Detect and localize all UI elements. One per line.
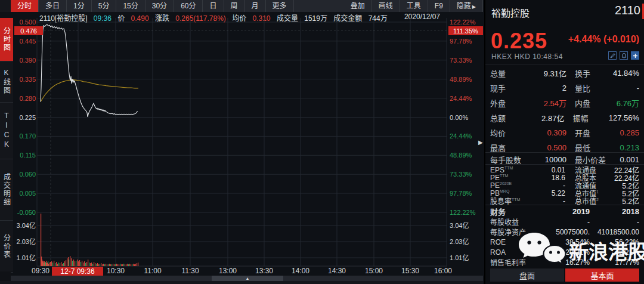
turnover-value: 744万 — [369, 14, 388, 23]
finance-row: 每股净资产50075000.41018500.00 — [490, 227, 639, 237]
valuation-metrics: EPSTTM0.01流通盘22.24亿PETTM18.6总股本22.24亿PE2… — [490, 166, 639, 205]
tool-0[interactable]: 叠加 — [344, 0, 372, 12]
svg-text:2.03亿: 2.03亿 — [17, 238, 36, 245]
chart-scrollbar[interactable]: ▲ — [11, 276, 483, 281]
stat-row: 最高0.500最低0.213 — [490, 140, 639, 155]
svg-text:0.280: 0.280 — [19, 95, 36, 102]
svg-text:97.78%: 97.78% — [450, 190, 472, 197]
svg-text:48.89%: 48.89% — [450, 76, 472, 83]
scrollbar-arrow-icon: ▲ — [246, 276, 250, 280]
finance-header: 财务20192018 — [490, 206, 639, 217]
tool-1[interactable]: 画线 — [372, 0, 400, 12]
stock-name: 裕勤控股 — [491, 5, 530, 20]
lot-size-row: 每手股数10000最小价差0.001 — [490, 154, 639, 165]
svg-text:15:30: 15:30 — [401, 267, 419, 275]
sidebar-item-1[interactable]: K线图 — [0, 61, 13, 103]
period-tab-8[interactable]: 周 — [224, 0, 245, 12]
financials-table: 财务20192018每股收益--每股净资产50075000.41018500.0… — [490, 206, 639, 267]
panel-collapse-icon[interactable]: ▶ — [478, 139, 483, 146]
svg-text:111.35%: 111.35% — [453, 27, 478, 35]
period-tab-5[interactable]: 30分 — [145, 0, 174, 12]
tool-4[interactable]: 隐藏▶ — [450, 0, 483, 12]
svg-text:-0.050: -0.050 — [17, 209, 36, 216]
add-watchlist-icon[interactable] — [631, 51, 639, 60]
svg-text:24.44%: 24.44% — [450, 132, 472, 140]
divider — [485, 64, 644, 64]
quote-actions — [608, 51, 639, 60]
corner-block — [0, 0, 11, 12]
price-value: 0.490 — [131, 14, 149, 23]
edit-icon[interactable] — [608, 51, 617, 60]
period-tab-3[interactable]: 5分 — [92, 0, 117, 12]
sidebar-item-3[interactable]: 成交明细 — [0, 159, 13, 221]
sidebar-item-0[interactable]: 分时图 — [0, 18, 13, 61]
svg-text:0.170: 0.170 — [19, 132, 36, 140]
svg-text:09:30: 09:30 — [32, 267, 49, 275]
stat-row: 外盘2.54万内盘6.76万 — [490, 95, 639, 110]
period-tab-1[interactable]: 多日 — [39, 0, 67, 12]
sidebar-item-4[interactable]: 分价表 — [0, 221, 13, 273]
scrollbar-thumb[interactable]: ▲ — [212, 276, 283, 281]
intraday-chart: 0.5000.4450.3900.3350.2800.2250.1700.115… — [0, 0, 483, 284]
panel-tab-1[interactable]: 基本面 — [565, 268, 639, 282]
svg-text:13:00: 13:00 — [219, 267, 237, 275]
svg-text:24.44%: 24.44% — [450, 95, 472, 102]
svg-text:122.22%: 122.22% — [450, 209, 476, 216]
view-sidebar: 分时图K线图TICK成交明细分价表深度资料 — [0, 18, 13, 271]
stats-table: 总量9.31亿换手41.84%现手2量比-外盘2.54万内盘6.76万总额2.8… — [490, 66, 639, 155]
expand-arrow-icon: ▶ — [472, 4, 476, 10]
svg-text:0.005: 0.005 — [19, 190, 36, 197]
period-tab-bar: 分时多日1分5分15分30分60分日周月更多 叠加画线工具F9隐藏▶ — [0, 0, 483, 12]
period-tab-6[interactable]: 60分 — [174, 0, 203, 12]
svg-text:3.04亿: 3.04亿 — [17, 222, 36, 229]
divider — [485, 205, 644, 205]
svg-text:0.445: 0.445 — [19, 38, 36, 45]
svg-text:12-7 09:36: 12-7 09:36 — [60, 267, 95, 276]
avg-value: 0.310 — [253, 14, 271, 23]
bottom-strip — [0, 281, 483, 284]
avg-label: 均价 — [232, 14, 246, 23]
alert-bell-icon[interactable] — [620, 51, 628, 60]
period-tab-2[interactable]: 1分 — [67, 0, 92, 12]
divider — [485, 152, 644, 153]
tool-3[interactable]: F9 — [428, 0, 450, 12]
panel-tab-0[interactable]: 盘面 — [490, 268, 564, 282]
svg-text:0.060: 0.060 — [19, 171, 36, 178]
stat-row: 每手股数10000最小价差0.001 — [490, 154, 639, 165]
tool-2[interactable]: 工具 — [400, 0, 428, 12]
exchange-time: HKEX HKD 10:48:54 — [491, 53, 563, 61]
tab-bar-spacer — [294, 0, 344, 12]
svg-text:15:00: 15:00 — [365, 267, 383, 275]
svg-text:13:30: 13:30 — [255, 267, 273, 275]
svg-text:11:30: 11:30 — [181, 267, 199, 275]
panel-tabs: 盘面基本面 — [490, 268, 639, 282]
svg-text:14:00: 14:00 — [292, 267, 309, 275]
crosshair-time: 09:36 — [94, 14, 112, 23]
svg-text:16:00: 16:00 — [434, 267, 452, 275]
quote-panel: 裕勤控股 2110 0.235 +4.44% (+0.010) HKEX HKD… — [484, 0, 644, 284]
stat-row: 总额2.87亿振幅127.56% — [490, 110, 639, 125]
change-label: 涨跌 — [155, 14, 169, 23]
svg-text:0.225: 0.225 — [19, 114, 36, 121]
period-tab-10[interactable]: 更多 — [266, 0, 294, 12]
price-change: +4.44% (+0.010) — [568, 34, 639, 45]
svg-text:73.33%: 73.33% — [450, 171, 472, 178]
period-tab-7[interactable]: 日 — [203, 0, 224, 12]
finance-row: ROA29.21%42.21% — [490, 247, 639, 257]
period-tab-4[interactable]: 15分 — [116, 0, 145, 12]
trading-terminal: 分时多日1分5分15分30分60分日周月更多 叠加画线工具F9隐藏▶ 2110[… — [0, 0, 644, 284]
period-tab-9[interactable]: 月 — [245, 0, 266, 12]
svg-text:1.01亿: 1.01亿 — [450, 254, 469, 261]
svg-text:2.03亿: 2.03亿 — [450, 238, 469, 245]
svg-text:48.89%: 48.89% — [450, 152, 472, 159]
finance-row: 每股收益-- — [490, 217, 639, 227]
svg-text:11:00: 11:00 — [144, 267, 161, 275]
sidebar-item-2[interactable]: TICK — [0, 103, 13, 159]
svg-text:0.500: 0.500 — [19, 18, 36, 26]
svg-text:0.476: 0.476 — [20, 27, 37, 35]
period-tab-0[interactable]: 分时 — [11, 0, 39, 12]
price-label: 价 — [117, 14, 125, 23]
chart-date: 2020/12/07 — [404, 13, 440, 21]
svg-text:97.78%: 97.78% — [450, 38, 472, 45]
period-tabs: 分时多日1分5分15分30分60分日周月更多 — [11, 0, 294, 12]
